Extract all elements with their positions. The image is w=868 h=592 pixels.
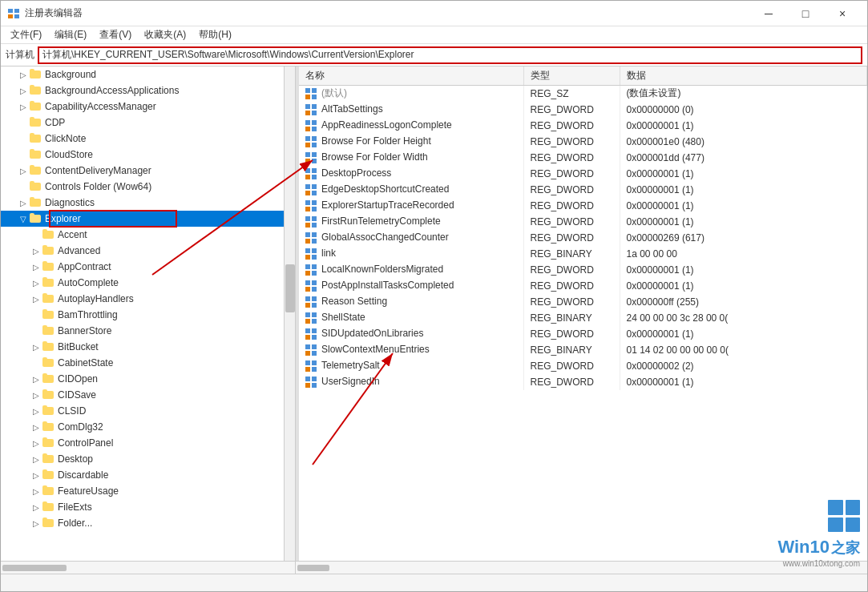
maximize-button[interactable]: □ <box>787 1 824 26</box>
tree-item-advanced[interactable]: ▷ Advanced <box>1 243 295 259</box>
table-row[interactable]: TelemetrySaltREG_DWORD0x00000002 (2) <box>299 358 867 374</box>
reg-data-cell: 0x00000001 (1) <box>620 374 867 390</box>
menu-favorites[interactable]: 收藏夹(A) <box>138 26 192 43</box>
folder-icon <box>42 261 55 272</box>
tree-item-explorer[interactable]: ▽ Explorer <box>1 211 295 227</box>
tree-label: Diagnostics <box>45 197 95 208</box>
folder-icon <box>30 69 42 80</box>
table-row[interactable]: ShellStateREG_BINARY24 00 00 00 3c 28 00… <box>299 310 867 326</box>
table-row[interactable]: UserSignedInREG_DWORD0x00000001 (1) <box>299 374 867 390</box>
reg-name-cell: ShellState <box>299 310 523 326</box>
tree-item-featureusage[interactable]: ▷ FeatureUsage <box>1 483 295 499</box>
tree-label: Advanced <box>58 245 100 256</box>
table-row[interactable]: EdgeDesktopShortcutCreatedREG_DWORD0x000… <box>299 182 867 198</box>
title-bar: 注册表编辑器 ─ □ × <box>1 1 867 26</box>
tree-item-comdlg32[interactable]: ▷ ComDlg32 <box>1 419 295 435</box>
reg-type-cell: REG_DWORD <box>523 358 620 374</box>
reg-data-cell: 0x00000001 (1) <box>620 326 867 342</box>
tree-item-clicknote[interactable]: ClickNote <box>1 131 295 147</box>
tree-item-diagnostics[interactable]: ▷ Diagnostics <box>1 195 295 211</box>
reg-type-cell: REG_DWORD <box>523 166 620 182</box>
tree-item-background[interactable]: ▷ Background <box>1 66 295 83</box>
expand-icon: ▷ <box>30 503 42 512</box>
expand-icon: ▷ <box>30 439 42 448</box>
menu-help[interactable]: 帮助(H) <box>192 26 238 43</box>
reg-type-cell: REG_DWORD <box>523 278 620 294</box>
table-row[interactable]: Browse For Folder WidthREG_DWORD0x000001… <box>299 150 867 166</box>
tree-item-autoplay[interactable]: ▷ AutoplayHandlers <box>1 291 295 307</box>
table-row[interactable]: Reason SettingREG_DWORD0x000000ff (255) <box>299 294 867 310</box>
table-row[interactable]: PostAppInstallTasksCompletedREG_DWORD0x0… <box>299 278 867 294</box>
tree-item-bamthrottling[interactable]: BamThrottling <box>1 307 295 323</box>
tree-item-controlsfolder[interactable]: Controls Folder (Wow64) <box>1 179 295 195</box>
tree-item-appcontract[interactable]: ▷ AppContract <box>1 259 295 275</box>
tree-item-controlpanel[interactable]: ▷ ControlPanel <box>1 435 295 451</box>
tree-panel: ▷ Background ▷ BackgroundAccessApplicati… <box>1 66 296 561</box>
folder-icon <box>30 133 42 144</box>
folder-icon <box>42 421 55 433</box>
expand-icon: ▷ <box>30 423 42 432</box>
tree-item-cidopen[interactable]: ▷ CIDOpen <box>1 371 295 387</box>
folder-icon <box>42 437 55 449</box>
table-row[interactable]: LocalKnownFoldersMigratedREG_DWORD0x0000… <box>299 262 867 278</box>
expand-icon: ▷ <box>30 247 42 256</box>
reg-type-cell: REG_BINARY <box>523 342 620 358</box>
menu-file[interactable]: 文件(F) <box>4 26 48 43</box>
reg-name-cell: DesktopProcess <box>299 166 523 182</box>
tree-item-bgaccessapps[interactable]: ▷ BackgroundAccessApplications <box>1 83 295 99</box>
reg-data-cell: 1a 00 00 00 <box>620 246 867 262</box>
reg-data-cell: 0x000000ff (255) <box>620 294 867 310</box>
expand-icon: ▽ <box>17 215 30 224</box>
reg-type-cell: REG_DWORD <box>523 198 620 214</box>
reg-type-cell: REG_BINARY <box>523 246 620 262</box>
table-row[interactable]: DesktopProcessREG_DWORD0x00000001 (1) <box>299 166 867 182</box>
expand-icon: ▷ <box>30 519 42 528</box>
table-row[interactable]: (默认)REG_SZ(数值未设置) <box>299 86 867 102</box>
table-row[interactable]: SlowContextMenuEntriesREG_BINARY01 14 02… <box>299 342 867 358</box>
folder-icon <box>42 405 55 417</box>
tree-item-cloudstore[interactable]: CloudStore <box>1 147 295 163</box>
table-row[interactable]: AppReadinessLogonCompleteREG_DWORD0x0000… <box>299 118 867 134</box>
tree-hscrollbar[interactable] <box>1 562 296 574</box>
tree-item-foldert[interactable]: ▷ Folder... <box>1 515 295 531</box>
address-input[interactable] <box>38 46 862 64</box>
tree-item-clsid[interactable]: ▷ CLSID <box>1 403 295 419</box>
tree-label: Desktop <box>58 453 93 465</box>
table-row[interactable]: linkREG_BINARY1a 00 00 00 <box>299 246 867 262</box>
svg-rect-0 <box>8 9 13 13</box>
tree-item-autocomplete[interactable]: ▷ AutoComplete <box>1 275 295 291</box>
table-row[interactable]: FirstRunTelemetryCompleteREG_DWORD0x0000… <box>299 214 867 230</box>
tree-item-accent[interactable]: Accent <box>1 227 295 243</box>
tree-item-bitbucket[interactable]: ▷ BitBucket <box>1 339 295 355</box>
table-row[interactable]: ExplorerStartupTraceRecordedREG_DWORD0x0… <box>299 198 867 214</box>
tree-label: CapabilityAccessManager <box>45 101 156 112</box>
tree-scrollbar[interactable] <box>284 66 295 561</box>
menu-bar: 文件(F) 编辑(E) 查看(V) 收藏夹(A) 帮助(H) <box>1 26 867 44</box>
menu-edit[interactable]: 编辑(E) <box>48 26 93 43</box>
tree-item-cdp[interactable]: CDP <box>1 115 295 131</box>
tree-item-desktop[interactable]: ▷ Desktop <box>1 451 295 467</box>
table-row[interactable]: Browse For Folder HeightREG_DWORD0x00000… <box>299 134 867 150</box>
expand-icon: ▷ <box>17 199 30 207</box>
minimize-button[interactable]: ─ <box>750 1 787 26</box>
table-row[interactable]: SIDUpdatedOnLibrariesREG_DWORD0x00000001… <box>299 326 867 342</box>
tree-item-bannerstore[interactable]: BannerStore <box>1 323 295 339</box>
tree-item-cidsave[interactable]: ▷ CIDSave <box>1 387 295 403</box>
table-row[interactable]: GlobalAssocChangedCounterREG_DWORD0x0000… <box>299 230 867 246</box>
tree-item-discardable[interactable]: ▷ Discardable <box>1 467 295 483</box>
tree-label: BackgroundAccessApplications <box>45 85 179 96</box>
horizontal-scrollbar-area <box>1 561 867 574</box>
table-row[interactable]: AltTabSettingsREG_DWORD0x00000000 (0) <box>299 102 867 118</box>
tree-item-cdm[interactable]: ▷ ContentDeliveryManager <box>1 163 295 179</box>
reg-name-cell: Browse For Folder Width <box>299 150 523 166</box>
tree-label: BannerStore <box>58 325 111 336</box>
values-hscrollbar[interactable] <box>296 562 867 574</box>
reg-type-cell: REG_SZ <box>523 86 620 102</box>
status-bar <box>1 574 867 591</box>
tree-item-cam[interactable]: ▷ CapabilityAccessManager <box>1 99 295 115</box>
tree-item-fileexts[interactable]: ▷ FileExts <box>1 499 295 515</box>
tree-item-cabinetstate[interactable]: CabinetState <box>1 355 295 371</box>
close-button[interactable]: × <box>824 1 861 26</box>
menu-view[interactable]: 查看(V) <box>93 26 138 43</box>
registry-table: 名称 类型 数据 (默认)REG_SZ(数值未设置)AltTabSettings… <box>299 66 867 390</box>
